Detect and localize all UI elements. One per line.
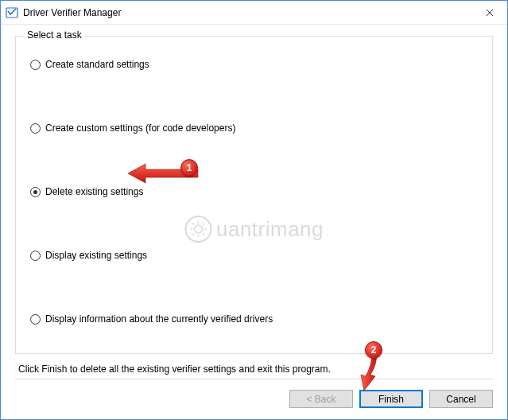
radio-label: Delete existing settings	[45, 186, 143, 197]
close-button[interactable]	[471, 1, 507, 24]
radio-label: Create standard settings	[45, 59, 149, 70]
finish-button[interactable]: Finish	[359, 390, 423, 408]
groupbox-legend: Select a task	[24, 29, 85, 41]
radio-icon	[30, 251, 41, 261]
window-title: Driver Verifier Manager	[23, 7, 471, 18]
radio-option-create-standard[interactable]: Create standard settings	[30, 57, 481, 72]
radio-label: Display existing settings	[45, 250, 147, 261]
radio-option-create-custom[interactable]: Create custom settings (for code develop…	[30, 121, 481, 135]
radio-option-display-info[interactable]: Display information about the currently …	[30, 312, 481, 326]
hint-text: Click Finish to delete all the existing …	[18, 364, 490, 375]
radio-label: Create custom settings (for code develop…	[45, 122, 235, 134]
radio-icon	[30, 60, 41, 70]
radio-label: Display information about the currently …	[45, 313, 273, 325]
app-icon	[6, 6, 18, 19]
radio-icon	[30, 123, 41, 134]
dialog-body: Select a task Create standard settings C…	[1, 25, 507, 419]
titlebar: Driver Verifier Manager	[1, 1, 507, 25]
radio-icon	[30, 314, 41, 325]
button-separator	[15, 379, 493, 379]
annotation-badge-2: 2	[365, 341, 382, 359]
button-row: < Back Finish Cancel	[289, 390, 493, 408]
cancel-button[interactable]: Cancel	[429, 390, 493, 408]
radio-option-delete-existing[interactable]: Delete existing settings	[30, 185, 481, 199]
radio-option-display-existing[interactable]: Display existing settings	[30, 248, 481, 262]
back-button: < Back	[289, 390, 353, 408]
radio-icon	[30, 187, 41, 197]
task-groupbox: Select a task Create standard settings C…	[15, 36, 493, 354]
window-frame: Driver Verifier Manager Select a task Cr…	[0, 0, 508, 420]
annotation-badge-1: 1	[180, 159, 198, 177]
